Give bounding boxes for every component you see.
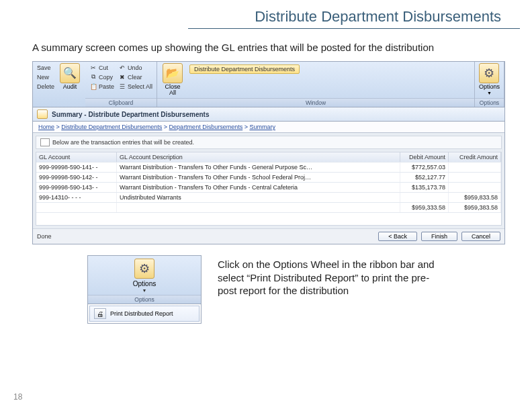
copy-icon: ⧉ bbox=[89, 73, 97, 81]
cut-icon: ✂ bbox=[89, 64, 97, 72]
ribbon-group-clipboard: ✂Cut ⧉Copy 📋Paste ↶Undo ✖Clear ☰Select A… bbox=[85, 62, 157, 107]
audit-button[interactable]: 🔍 Audit bbox=[57, 63, 83, 91]
app-window: Save New Delete 🔍 Audit ✂Cut ⧉Copy 📋Past… bbox=[32, 61, 505, 245]
new-button[interactable]: New bbox=[36, 73, 56, 82]
ribbon-group-label: Window bbox=[157, 98, 474, 107]
breadcrumb-link[interactable]: Department Disbursements bbox=[169, 124, 243, 130]
ribbon-group-file: Save New Delete 🔍 Audit bbox=[33, 62, 85, 107]
paste-button[interactable]: 📋Paste bbox=[88, 82, 116, 91]
undo-icon: ↶ bbox=[118, 64, 126, 72]
cancel-button[interactable]: Cancel bbox=[461, 232, 500, 241]
selectall-icon: ☰ bbox=[118, 83, 126, 91]
selectall-button[interactable]: ☰Select All bbox=[117, 82, 154, 91]
gear-icon: ⚙ bbox=[479, 63, 499, 83]
clear-button[interactable]: ✖Clear bbox=[117, 73, 154, 82]
menu-item-print-report[interactable]: 🖨 Print Distributed Report bbox=[89, 306, 200, 322]
note-icon bbox=[40, 138, 50, 146]
ribbon-group-window: 📂 Close All Distribute Department Disbur… bbox=[157, 62, 475, 107]
page-number: 18 bbox=[13, 392, 22, 402]
delete-button[interactable]: Delete bbox=[36, 82, 56, 91]
instruction-top: A summary screen comes up showing the GL… bbox=[0, 29, 532, 61]
col-gl-account[interactable]: GL Account bbox=[36, 152, 117, 162]
save-button[interactable]: Save bbox=[36, 63, 56, 73]
col-debit[interactable]: Debit Amount bbox=[400, 152, 449, 162]
clear-icon: ✖ bbox=[118, 73, 126, 81]
ribbon-group-label: Clipboard bbox=[85, 98, 157, 107]
audit-icon: 🔍 bbox=[60, 63, 80, 83]
table-total-row: $959,333.58 $959,383.58 bbox=[36, 203, 501, 213]
print-icon: 🖨 bbox=[94, 308, 106, 319]
table-row[interactable]: 999-99998-590-143- - Warrant Distributio… bbox=[36, 183, 501, 193]
cut-button[interactable]: ✂Cut bbox=[88, 63, 116, 73]
breadcrumb-link[interactable]: Distribute Department Disbursements bbox=[61, 124, 162, 130]
gl-table: GL Account GL Account Description Debit … bbox=[36, 152, 502, 226]
wizard-footer: Done < Back Finish Cancel bbox=[33, 228, 504, 244]
total-debit: $959,333.58 bbox=[400, 203, 449, 212]
ribbon: Save New Delete 🔍 Audit ✂Cut ⧉Copy 📋Past… bbox=[33, 62, 504, 108]
breadcrumb-current: Summary bbox=[249, 124, 275, 130]
chevron-down-icon: ▼ bbox=[487, 91, 492, 95]
table-header-row: GL Account GL Account Description Debit … bbox=[36, 152, 501, 163]
notice-bar: Below are the transaction entries that w… bbox=[36, 136, 502, 149]
options-dropdown-snippet: ⚙ Options ▼ Options 🖨 Print Distributed … bbox=[87, 255, 202, 324]
copy-button[interactable]: ⧉Copy bbox=[88, 73, 116, 82]
options-label[interactable]: Options bbox=[133, 279, 156, 288]
breadcrumb-home[interactable]: Home bbox=[38, 124, 54, 130]
ribbon-group-label: Options bbox=[475, 98, 504, 107]
undo-button[interactable]: ↶Undo bbox=[117, 63, 154, 73]
total-credit: $959,383.58 bbox=[449, 203, 501, 212]
breadcrumb: Home > Distribute Department Disbursemen… bbox=[33, 122, 504, 133]
status-text: Done bbox=[37, 233, 52, 240]
paste-icon: 📋 bbox=[89, 83, 97, 91]
window-tab[interactable]: Distribute Department Disbursements bbox=[189, 64, 300, 74]
options-menu: 🖨 Print Distributed Report bbox=[88, 304, 201, 322]
options-button[interactable]: ⚙ Options ▼ bbox=[478, 63, 501, 96]
document-icon bbox=[37, 109, 48, 119]
table-row[interactable]: 999-14310- - - - Undistributed Warrants … bbox=[36, 193, 501, 203]
window-titlebar: Summary - Distribute Department Disburse… bbox=[33, 107, 504, 122]
chevron-down-icon: ▼ bbox=[142, 288, 147, 293]
table-row[interactable]: 999-99998-590-142- - Warrant Distributio… bbox=[36, 173, 501, 183]
ribbon-group-label: Options bbox=[88, 295, 201, 304]
col-credit[interactable]: Credit Amount bbox=[449, 152, 501, 162]
ribbon-group-options: ⚙ Options ▼ Options bbox=[475, 62, 504, 107]
back-button[interactable]: < Back bbox=[378, 232, 417, 241]
gear-icon: ⚙ bbox=[134, 259, 154, 279]
finish-button[interactable]: Finish bbox=[421, 232, 457, 241]
folder-icon: 📂 bbox=[163, 63, 183, 83]
instruction-bottom: Click on the Options Wheel in the ribbon… bbox=[218, 255, 439, 298]
table-row[interactable]: 999-99998-590-141- - Warrant Distributio… bbox=[36, 163, 501, 173]
close-all-button[interactable]: 📂 Close All bbox=[160, 63, 185, 97]
col-description[interactable]: GL Account Description bbox=[117, 152, 400, 162]
page-title: Distribute Department Disbursements bbox=[188, 0, 520, 29]
